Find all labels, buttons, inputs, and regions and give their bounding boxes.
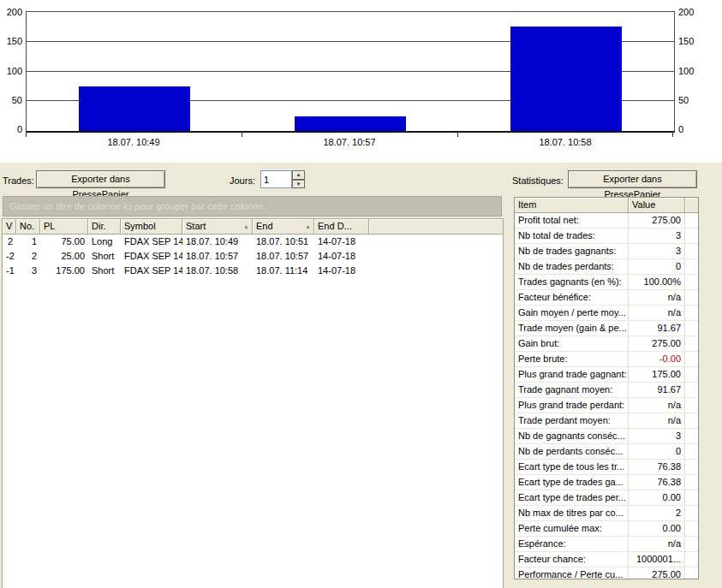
bar — [295, 116, 406, 131]
stat-row[interactable]: Espérance:n/a — [515, 537, 698, 552]
row-filler — [685, 352, 698, 366]
stat-row[interactable]: Facteur bénéfice:n/a — [515, 290, 698, 306]
trade-cell: FDAX SEP 14 — [121, 249, 182, 264]
stat-row[interactable]: Gain moyen / perte moy...n/a — [515, 306, 698, 321]
export-stats-button[interactable]: Exporter dans PressePapier — [568, 170, 697, 188]
trade-cell: 1 — [16, 235, 40, 249]
stat-value: n/a — [629, 413, 685, 428]
trades-label: Trades: — [3, 175, 34, 187]
stat-row[interactable]: Ecart type de tous les tr...76.38 — [515, 460, 698, 475]
x-tick-mark — [457, 131, 458, 137]
export-trades-button[interactable]: Exporter dans PressePapier — [36, 170, 165, 188]
row-filler — [685, 413, 698, 428]
row-filler — [685, 244, 698, 258]
stats-column-header-item[interactable]: Item — [515, 198, 629, 213]
trade-cell: 25.00 — [40, 249, 88, 264]
jours-input[interactable] — [260, 170, 292, 188]
stat-value: 3 — [629, 244, 685, 258]
stat-item-label: Profit total net: — [515, 213, 629, 228]
row-filler — [685, 383, 698, 397]
chart-y-axis-right: 050100150200 — [678, 12, 706, 129]
column-header-dir-[interactable]: Dir. — [88, 219, 121, 235]
row-filler — [685, 336, 698, 351]
row-filler — [685, 490, 698, 505]
stat-value: 91.67 — [629, 321, 685, 336]
stat-row[interactable]: Nb de perdants conséc...0 — [515, 444, 698, 460]
statistics-table-header: ItemValue — [515, 198, 698, 213]
stat-row[interactable]: Trade perdant moyen:n/a — [515, 413, 698, 429]
jours-spinbox: ▲ ▼ — [260, 170, 305, 188]
trades-table-body: 2175.00LongFDAX SEP 1418.07. 10:4918.07.… — [3, 235, 503, 278]
stat-row[interactable]: Ecart type de trades ga...76.38 — [515, 475, 698, 490]
stat-item-label: Nb de gagnants conséc... — [515, 429, 629, 443]
trade-cell: FDAX SEP 14 — [121, 264, 182, 278]
column-header-start[interactable]: Start▲ — [182, 219, 253, 235]
x-tick-label: 18.07. 10:58 — [457, 137, 673, 147]
trade-cell: 2 — [16, 249, 40, 264]
y-tick-label: 100 — [678, 66, 706, 75]
stat-row[interactable]: Gain brut:275.00 — [515, 336, 698, 352]
stat-row[interactable]: Trade moyen (gain & pe...91.67 — [515, 321, 698, 336]
trade-cell: 14-07-18 — [314, 264, 369, 278]
column-header-symbol[interactable]: Symbol — [121, 219, 182, 235]
row-filler — [685, 306, 698, 320]
column-header-end[interactable]: End▲ — [253, 219, 314, 235]
trade-row[interactable]: -13175.00ShortFDAX SEP 1418.07. 10:5818.… — [3, 264, 503, 278]
stat-row[interactable]: Profit total net:275.00 — [515, 213, 698, 229]
trade-cell: FDAX SEP 14 — [121, 235, 182, 249]
stat-value: 0 — [629, 259, 685, 274]
stat-item-label: Performance / Perte cu... — [515, 567, 629, 579]
stat-item-label: Nb de trades gagnants: — [515, 244, 629, 258]
trade-cell: 18.07. 11:14 — [253, 264, 314, 278]
stats-column-header-value[interactable]: Value — [629, 198, 685, 213]
statistics-table: ItemValue Profit total net:275.00Nb tota… — [514, 197, 699, 579]
column-header-no-[interactable]: No. — [16, 219, 40, 235]
trade-row[interactable]: -2225.00ShortFDAX SEP 1418.07. 10:5718.0… — [3, 249, 503, 264]
pl-bar-chart: 050100150200 050100150200 18.07. 10:4918… — [0, 0, 722, 163]
stat-row[interactable]: Plus grand trade perdant:n/a — [515, 398, 698, 413]
row-filler — [685, 213, 698, 228]
trade-cell: Long — [88, 235, 121, 249]
row-filler — [685, 259, 698, 274]
stat-row[interactable]: Perte brute:-0.00 — [515, 352, 698, 367]
stat-row[interactable]: Plus grand trade gagnant:175.00 — [515, 367, 698, 383]
stat-value: 3 — [629, 229, 685, 243]
spin-down-icon[interactable]: ▼ — [292, 180, 305, 189]
trade-cell: 18.07. 10:57 — [253, 249, 314, 264]
stat-row[interactable]: Performance / Perte cu...275.00 — [515, 567, 698, 579]
header-filler — [685, 198, 698, 213]
stat-row[interactable]: Nb total de trades:3 — [515, 229, 698, 244]
trade-cell: 18.07. 10:57 — [182, 249, 253, 264]
stat-row[interactable]: Nb max de titres par co...2 — [515, 506, 698, 521]
row-filler — [685, 290, 698, 305]
stat-row[interactable]: Nb de trades perdants:0 — [515, 259, 698, 275]
column-header-label: PL — [44, 221, 55, 231]
x-tick-label: 18.07. 10:57 — [242, 137, 457, 147]
spin-up-icon[interactable]: ▲ — [292, 170, 305, 180]
stat-row[interactable]: Nb de gagnants conséc...3 — [515, 429, 698, 444]
stat-row[interactable]: Perte cumulée max:0.00 — [515, 521, 698, 537]
column-header-label: Symbol — [124, 221, 156, 231]
stat-value: 3 — [629, 429, 685, 443]
stat-value: -0.00 — [629, 352, 685, 366]
trade-cell: -2 — [3, 249, 16, 264]
stat-item-label: Facteur chance: — [515, 552, 629, 567]
trade-cell: Short — [88, 264, 121, 278]
row-filler — [685, 429, 698, 443]
chart-plot-area — [26, 11, 675, 133]
trade-row[interactable]: 2175.00LongFDAX SEP 1418.07. 10:4918.07.… — [3, 235, 503, 249]
trade-cell: 2 — [3, 235, 16, 249]
stat-item-label: Espérance: — [515, 537, 629, 551]
stat-row[interactable]: Ecart type de trades per...0.00 — [515, 490, 698, 506]
stat-value: 2 — [629, 506, 685, 520]
group-by-drop-zone[interactable]: Glissez un titre de colonne ici pour gro… — [3, 196, 502, 217]
stat-row[interactable]: Trade gagnant moyen:91.67 — [515, 383, 698, 398]
y-tick-label: 150 — [0, 37, 22, 46]
stat-row[interactable]: Nb de trades gagnants:3 — [515, 244, 698, 259]
stat-row[interactable]: Trades gagnants (en %):100.00% — [515, 275, 698, 290]
column-header-pl[interactable]: PL — [40, 219, 88, 235]
column-header-end-d-[interactable]: End D... — [314, 219, 369, 235]
column-header-v[interactable]: V — [3, 219, 16, 235]
stat-row[interactable]: Facteur chance:1000001... — [515, 552, 698, 567]
column-header-label: End D... — [318, 221, 352, 231]
